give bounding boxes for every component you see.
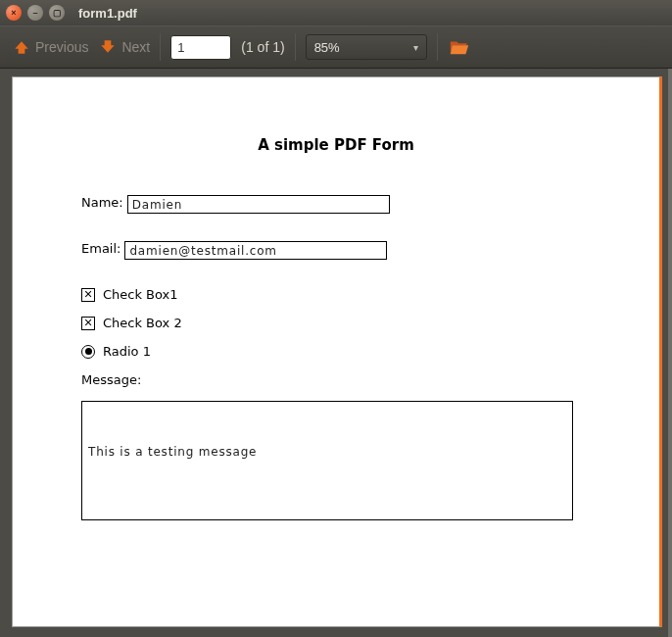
next-button[interactable]: Next bbox=[98, 37, 150, 57]
checkbox2-label: Check Box 2 bbox=[103, 316, 182, 330]
radio1-row: Radio 1 bbox=[81, 344, 591, 359]
previous-button[interactable]: Previous bbox=[12, 37, 88, 57]
name-field-row: Name: bbox=[81, 195, 591, 214]
form-title: A simple PDF Form bbox=[81, 136, 591, 154]
separator bbox=[295, 33, 296, 61]
titlebar[interactable]: × – ▢ form1.pdf bbox=[0, 0, 672, 25]
previous-label: Previous bbox=[35, 39, 88, 55]
checkbox2-row: ✕ Check Box 2 bbox=[81, 316, 591, 330]
arrow-down-icon bbox=[98, 37, 118, 57]
close-icon[interactable]: × bbox=[6, 5, 22, 21]
name-input[interactable] bbox=[127, 195, 390, 214]
minimize-icon[interactable]: – bbox=[27, 5, 43, 21]
zoom-value: 85% bbox=[314, 40, 340, 55]
folder-open-icon bbox=[448, 36, 471, 58]
checkbox1[interactable]: ✕ bbox=[81, 288, 95, 302]
open-file-button[interactable] bbox=[448, 36, 471, 58]
checkbox1-label: Check Box1 bbox=[103, 287, 178, 302]
page-count-label: (1 of 1) bbox=[241, 39, 284, 55]
window-title: form1.pdf bbox=[78, 6, 137, 21]
radio-dot-icon bbox=[85, 348, 92, 355]
message-textarea[interactable] bbox=[81, 401, 573, 520]
radio1[interactable] bbox=[81, 345, 95, 359]
chevron-down-icon: ▾ bbox=[413, 42, 418, 53]
document-viewport[interactable]: A simple PDF Form Name: Email: ✕ Check B… bbox=[0, 69, 672, 637]
separator bbox=[160, 33, 161, 61]
next-label: Next bbox=[121, 39, 150, 55]
zoom-select[interactable]: 85% ▾ bbox=[306, 34, 427, 60]
page-number-input[interactable] bbox=[170, 35, 231, 60]
toolbar: Previous Next (1 of 1) 85% ▾ bbox=[0, 25, 672, 69]
separator bbox=[437, 33, 438, 61]
message-label: Message: bbox=[81, 372, 591, 387]
maximize-icon[interactable]: ▢ bbox=[49, 5, 65, 21]
radio1-label: Radio 1 bbox=[103, 344, 151, 359]
checkbox1-row: ✕ Check Box1 bbox=[81, 287, 591, 302]
name-label: Name: bbox=[81, 195, 123, 210]
checkbox2[interactable]: ✕ bbox=[81, 317, 95, 330]
vertical-scrollbar[interactable] bbox=[668, 69, 672, 637]
arrow-up-icon bbox=[12, 37, 31, 57]
email-label: Email: bbox=[81, 241, 120, 256]
pdf-page: A simple PDF Form Name: Email: ✕ Check B… bbox=[12, 76, 662, 627]
email-field-row: Email: bbox=[81, 241, 591, 260]
app-window: × – ▢ form1.pdf Previous Next (1 of 1) 8… bbox=[0, 0, 672, 637]
email-input[interactable] bbox=[124, 241, 387, 260]
